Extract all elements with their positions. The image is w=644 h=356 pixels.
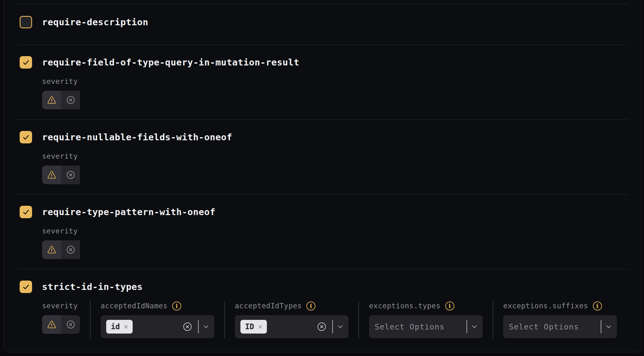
circle-x-icon	[317, 322, 327, 332]
field-label: severity	[42, 77, 628, 86]
info-icon[interactable]: i	[445, 301, 454, 310]
rule-checkbox[interactable]	[20, 131, 32, 143]
severity-control[interactable]	[42, 315, 80, 334]
column-divider	[224, 301, 225, 338]
severity-off-button[interactable]	[61, 315, 80, 334]
multiselect-control[interactable]: Select Options	[503, 315, 617, 338]
severity-off-button[interactable]	[61, 240, 80, 259]
warning-triangle-icon	[47, 171, 56, 179]
severity-warn-button[interactable]	[42, 315, 61, 334]
severity-warn-button[interactable]	[42, 91, 61, 109]
field-label-text: severity	[42, 152, 78, 160]
severity-warn-button[interactable]	[42, 166, 61, 184]
severity-field: severity	[42, 301, 80, 334]
severity-control[interactable]	[42, 240, 628, 259]
field-label-text: severity	[42, 227, 78, 235]
checkmark-icon	[22, 58, 30, 67]
field-label: severity	[42, 226, 628, 236]
circle-x-icon	[66, 245, 75, 254]
info-icon[interactable]: i	[306, 301, 315, 310]
chevron-down-icon[interactable]	[203, 325, 209, 329]
rule-title-row: require-nullable-fields-with-oneof	[17, 131, 628, 143]
clear-button[interactable]	[182, 322, 192, 332]
rule-name: require-description	[42, 17, 148, 27]
warning-triangle-icon	[47, 320, 56, 329]
option-field: acceptedIdTypesiID✕	[235, 301, 348, 338]
multiselect-placeholder: Select Options	[375, 322, 445, 331]
field-label: acceptedIdTypesi	[235, 301, 348, 310]
severity-warn-button[interactable]	[42, 240, 61, 259]
field-label: severity	[42, 301, 80, 310]
rule-section: strict-id-in-typesseverity acceptedIdNam…	[17, 269, 628, 338]
rule-title-row: strict-id-in-types	[17, 281, 628, 293]
severity-control[interactable]	[42, 91, 628, 109]
severity-field: severity	[42, 77, 628, 109]
option-field: exceptions.typesiSelect Options	[369, 301, 483, 338]
chevron-down-icon[interactable]	[337, 325, 343, 329]
checkmark-icon	[22, 283, 30, 291]
multiselect-control[interactable]: Select Options	[369, 315, 483, 338]
multiselect-control[interactable]: ID✕	[235, 315, 348, 338]
rule-name: require-type-pattern-with-oneof	[42, 207, 215, 217]
warning-triangle-icon	[47, 96, 56, 104]
rule-title-row: require-description	[17, 16, 628, 28]
x-icon[interactable]: ✕	[124, 323, 128, 330]
rule-section: require-field-of-type-query-in-mutation-…	[17, 45, 628, 119]
rules-panel: require-description require-field-of-typ…	[4, 0, 642, 352]
circle-x-icon	[182, 322, 192, 332]
x-icon[interactable]: ✕	[258, 323, 262, 330]
severity-field: severity	[42, 226, 628, 259]
checkmark-icon	[22, 208, 30, 216]
rule-name: strict-id-in-types	[42, 281, 143, 292]
multiselect-placeholder: Select Options	[509, 322, 579, 331]
severity-field: severity	[42, 152, 628, 184]
field-label: exceptions.typesi	[369, 301, 483, 310]
field-label-text: acceptedIdNames	[101, 302, 168, 310]
severity-off-button[interactable]	[61, 166, 80, 184]
severity-block: severity	[42, 77, 628, 109]
field-label-text: severity	[42, 77, 78, 85]
rule-checkbox[interactable]	[20, 206, 32, 218]
option-field: acceptedIdNamesiid✕	[101, 301, 214, 338]
field-label: acceptedIdNamesi	[101, 301, 214, 310]
rule-section: require-nullable-fields-with-oneofseveri…	[17, 119, 628, 194]
field-label-text: exceptions.suffixes	[503, 302, 588, 310]
severity-block: severity	[42, 152, 628, 184]
field-label-text: severity	[42, 302, 78, 310]
rule-checkbox[interactable]	[20, 16, 32, 28]
tag-chip[interactable]: id✕	[106, 320, 133, 334]
rule-options-row: severity acceptedIdNamesiid✕ acceptedIdT…	[42, 301, 628, 338]
rules-list: require-description require-field-of-typ…	[17, 4, 628, 338]
info-icon[interactable]: i	[172, 301, 181, 310]
tag-chip[interactable]: ID✕	[240, 320, 267, 334]
field-label: severity	[42, 152, 628, 161]
chevron-down-icon[interactable]	[471, 325, 478, 329]
column-divider	[90, 301, 91, 338]
field-label-text: acceptedIdTypes	[235, 302, 302, 310]
rule-title-row: require-field-of-type-query-in-mutation-…	[17, 56, 628, 69]
severity-control[interactable]	[42, 166, 628, 184]
multiselect-control[interactable]: id✕	[101, 315, 214, 338]
field-label: exceptions.suffixesi	[503, 301, 617, 310]
checkmark-icon	[22, 133, 30, 142]
column-divider	[358, 301, 359, 338]
rule-name: require-nullable-fields-with-oneof	[42, 132, 232, 142]
tag-chip-label: id	[111, 322, 120, 331]
info-icon[interactable]: i	[593, 301, 602, 310]
rule-checkbox[interactable]	[20, 56, 32, 69]
rule-section: require-type-pattern-with-oneofseverity	[17, 194, 628, 269]
clear-button[interactable]	[317, 322, 327, 332]
warning-triangle-icon	[47, 245, 56, 254]
rule-name: require-field-of-type-query-in-mutation-…	[42, 57, 299, 68]
field-label-text: exceptions.types	[369, 302, 441, 310]
tag-chip-label: ID	[245, 322, 254, 331]
rule-checkbox[interactable]	[20, 281, 32, 293]
option-field: exceptions.suffixesiSelect Options	[503, 301, 617, 338]
column-divider	[493, 301, 493, 338]
divider-bar	[601, 320, 601, 333]
chevron-down-icon[interactable]	[605, 325, 612, 329]
rule-section: require-description	[17, 4, 628, 45]
rule-title-row: require-type-pattern-with-oneof	[17, 206, 628, 218]
circle-x-icon	[66, 170, 75, 180]
severity-off-button[interactable]	[61, 91, 80, 109]
